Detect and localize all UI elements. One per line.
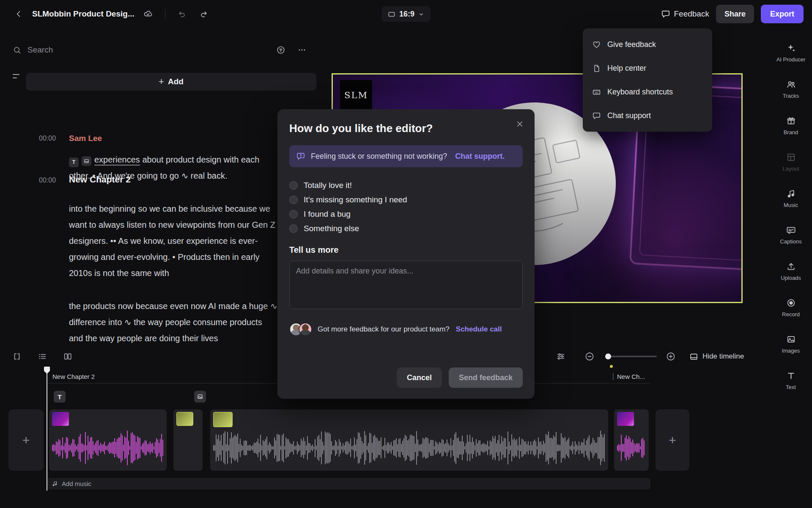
share-button[interactable]: Share [716, 5, 754, 23]
music-note-icon [52, 480, 58, 487]
sidebar-item-images[interactable]: Images [770, 326, 812, 362]
send-feedback-button[interactable]: Send feedback [449, 367, 523, 388]
zoom-out-button[interactable] [582, 349, 597, 364]
collapse-list-button[interactable] [13, 72, 23, 80]
export-button[interactable]: Export [761, 5, 804, 23]
clip-thumbnail [213, 412, 233, 427]
cloud-sync-button[interactable] [140, 6, 156, 22]
redo-button[interactable] [196, 6, 211, 22]
feedback-details-textarea[interactable] [289, 261, 523, 309]
hide-timeline-button[interactable]: Hide timeline [689, 349, 744, 364]
sidebar-item-layout[interactable]: Layout [770, 144, 812, 180]
text-marker-badge[interactable]: T [69, 157, 79, 167]
transcript-paragraph-2[interactable]: into the beginning so we can be inclusiv… [69, 201, 278, 281]
menu-item-give-feedback[interactable]: Give feedback [583, 33, 712, 56]
sidebar-item-music[interactable]: Music [770, 180, 812, 217]
list-icon [38, 352, 47, 361]
cancel-button[interactable]: Cancel [397, 367, 442, 388]
sidebar-item-uploads[interactable]: Uploads [770, 253, 812, 290]
image-marker-badge[interactable] [82, 156, 91, 166]
option-label: I found a bug [304, 210, 351, 219]
radio-icon[interactable] [289, 181, 298, 190]
gift-box-icon [786, 116, 796, 126]
chat-bubble-icon [592, 111, 601, 120]
option-totally-love-it[interactable]: Totally love it! [289, 180, 523, 191]
close-icon [516, 120, 524, 128]
plus-circle-icon [666, 351, 676, 362]
schedule-call-link[interactable]: Schedule call [456, 325, 502, 334]
option-missing-something[interactable]: It’s missing something I need [289, 194, 523, 205]
sidebar-label: Music [784, 202, 798, 208]
aspect-ratio-selector[interactable]: 16:9 [381, 6, 431, 22]
timeline-text-marker[interactable]: T [54, 391, 66, 403]
sidebar-item-record[interactable]: Record [770, 290, 812, 326]
cloud-icon [143, 9, 153, 19]
sidebar-label: Images [782, 348, 800, 354]
menu-item-keyboard-shortcuts[interactable]: Keyboard shortcuts [583, 80, 712, 104]
radio-icon[interactable] [289, 196, 298, 204]
clip-thumbnail [176, 412, 193, 426]
add-content-button[interactable]: + Add [26, 73, 316, 91]
heart-icon [592, 40, 601, 49]
timeline-image-marker[interactable] [194, 391, 206, 403]
menu-label: Give feedback [607, 40, 656, 49]
image-icon [84, 158, 89, 164]
option-something-else[interactable]: Something else [289, 223, 523, 234]
banner-chat-support-link[interactable]: Chat support. [455, 152, 505, 161]
timeline-clip-4[interactable] [614, 409, 649, 471]
track-options-button[interactable] [553, 349, 568, 364]
sidebar-label: Text [786, 384, 796, 390]
sidebar-item-captions[interactable]: Captions [770, 217, 812, 253]
option-label: Something else [304, 224, 359, 233]
zoom-slider-handle[interactable] [605, 353, 611, 359]
minus-circle-icon [584, 351, 595, 362]
project-title[interactable]: SLMobbin Product Desig... [32, 9, 134, 19]
add-clip-right-button[interactable]: + [656, 409, 689, 471]
help-chat-icon [296, 152, 305, 161]
pages-view-button[interactable] [60, 349, 75, 364]
undo-button[interactable] [175, 6, 190, 22]
timeline-clip-1[interactable] [49, 409, 167, 471]
sidebar-item-brand[interactable]: Brand [770, 108, 812, 144]
radio-icon[interactable] [289, 224, 298, 233]
menu-item-help-center[interactable]: Help center [583, 56, 712, 80]
track-list-button[interactable] [35, 349, 50, 364]
menu-item-chat-support[interactable]: Chat support [583, 104, 712, 127]
aspect-ratio-value: 16:9 [399, 10, 414, 19]
zoom-slider[interactable] [606, 356, 657, 357]
t-glyph: T [72, 154, 76, 170]
search-input[interactable] [27, 45, 267, 55]
fit-timeline-button[interactable] [9, 349, 25, 364]
back-button[interactable] [11, 6, 26, 22]
sidebar-label: Layout [782, 166, 799, 172]
transcript-paragraph-3[interactable]: the products now because even now AI mad… [69, 298, 278, 346]
option-found-a-bug[interactable]: I found a bug [289, 209, 523, 220]
sidebar-label: Record [782, 311, 800, 318]
people-icon [786, 80, 796, 89]
avatar [299, 323, 312, 336]
ellipsis-icon [297, 45, 307, 55]
speaker-name[interactable]: Sam Lee [69, 134, 280, 143]
sidebar-item-ai-producer[interactable]: AI Producer [770, 35, 812, 71]
add-music-button[interactable]: Add music [47, 478, 650, 489]
timeline-clip-2[interactable] [173, 409, 203, 471]
sidebar-item-tracks[interactable]: Tracks [770, 71, 812, 108]
feedback-button[interactable]: Feedback [661, 9, 709, 19]
add-clip-left-button[interactable]: + [8, 409, 44, 471]
radio-icon[interactable] [289, 210, 298, 218]
zoom-in-button[interactable] [663, 349, 678, 364]
sidebar-label: Uploads [781, 275, 801, 281]
image-icon [197, 394, 203, 400]
filter-button[interactable] [273, 42, 288, 58]
sliders-icon [556, 352, 565, 361]
transcript-paragraph-1[interactable]: Texperiences about product design with e… [69, 152, 278, 184]
layout-icon [786, 152, 796, 162]
sidebar-item-text[interactable]: Text [770, 362, 812, 399]
timeline-clip-3[interactable] [210, 409, 608, 471]
modal-close-button[interactable] [513, 117, 527, 131]
highlighted-word[interactable]: experiences [94, 155, 140, 164]
columns-icon [63, 352, 72, 361]
more-options-button[interactable] [294, 42, 310, 58]
chapter-marker-1: New Chapter 2 [52, 373, 95, 380]
feedback-chat-icon [661, 9, 670, 19]
